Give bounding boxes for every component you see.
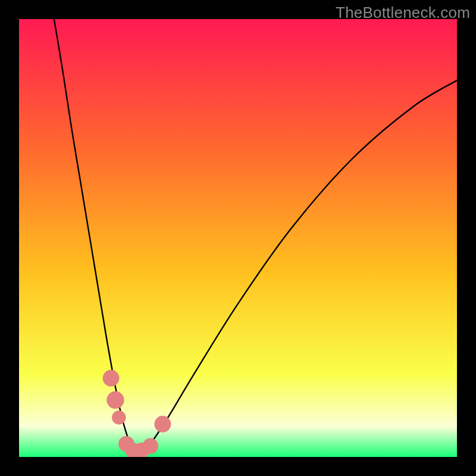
plot-area — [19, 19, 457, 457]
data-marker — [107, 392, 124, 409]
watermark-text: TheBottleneck.com — [336, 4, 470, 22]
data-marker — [154, 416, 171, 433]
outer-frame: TheBottleneck.com — [0, 0, 476, 476]
chart-svg — [19, 19, 457, 457]
data-marker — [103, 370, 120, 387]
gradient-background — [19, 19, 457, 457]
data-marker — [143, 438, 158, 454]
data-marker — [112, 411, 126, 425]
